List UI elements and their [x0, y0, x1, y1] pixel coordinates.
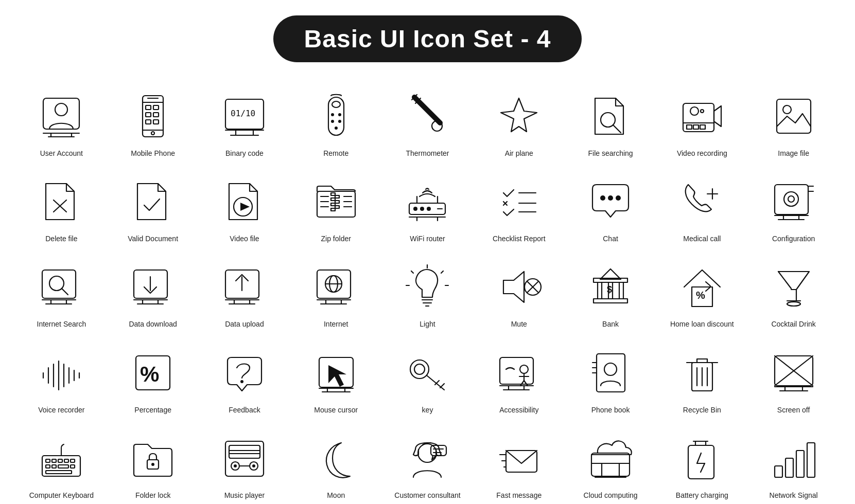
- customer-consultant-icon: [399, 430, 456, 487]
- svg-point-67: [413, 207, 417, 211]
- bank-icon: $: [582, 259, 639, 315]
- percentage-label: Percentage: [134, 405, 171, 415]
- wifi-router-icon: [399, 173, 456, 230]
- image-file-label: Image file: [778, 149, 809, 158]
- image-file-icon: [765, 88, 822, 145]
- svg-point-29: [335, 127, 338, 130]
- icon-item-mouse-cursor: Mouse cursor: [290, 339, 382, 420]
- data-upload-label: Data upload: [225, 319, 264, 329]
- svg-point-1: [55, 103, 67, 116]
- svg-point-85: [784, 192, 798, 206]
- recycle-bin-icon: [674, 345, 730, 401]
- svg-rect-11: [153, 105, 159, 110]
- svg-point-26: [338, 113, 341, 116]
- svg-rect-134: [598, 282, 602, 299]
- screen-off-label: Screen off: [777, 405, 810, 415]
- svg-rect-133: [594, 299, 627, 303]
- icon-item-cloud-computing: Cloud computing: [565, 425, 656, 504]
- svg-line-229: [697, 453, 701, 463]
- icon-item-key: key: [382, 339, 474, 420]
- mouse-cursor-label: Mouse cursor: [314, 405, 358, 415]
- cloud-computing-icon: [582, 430, 639, 487]
- internet-label: Internet: [324, 319, 348, 329]
- icon-item-user-account: User Account: [16, 83, 108, 163]
- icon-item-remote: Remote: [290, 83, 382, 163]
- svg-rect-44: [777, 99, 811, 133]
- icon-item-percentage: % Percentage: [107, 339, 199, 420]
- phone-book-icon: [582, 345, 639, 401]
- icon-item-zip-folder: Zip folder: [290, 168, 382, 248]
- configuration-label: Configuration: [772, 234, 815, 243]
- svg-marker-37: [714, 106, 721, 127]
- thermometer-label: Thermometer: [406, 149, 449, 158]
- cocktail-drink-label: Cocktail Drink: [771, 319, 815, 329]
- delete-file-icon: [33, 173, 90, 230]
- voice-recorder-icon: [33, 345, 90, 401]
- svg-point-158: [410, 360, 429, 379]
- svg-rect-93: [42, 270, 76, 298]
- icon-item-music-player: Music player: [199, 425, 290, 504]
- chat-icon: [582, 173, 639, 230]
- icon-item-voice-recorder: Voice recorder: [16, 339, 108, 420]
- title-bar: Basic UI Icon Set - 4: [273, 15, 582, 62]
- svg-rect-42: [693, 125, 699, 129]
- svg-rect-200: [46, 471, 72, 474]
- svg-line-160: [427, 375, 444, 390]
- icon-item-network-signal: Network Signal: [748, 425, 840, 504]
- battery-charging-label: Battery charging: [676, 491, 728, 500]
- moon-icon: [308, 430, 364, 487]
- svg-rect-198: [58, 465, 68, 468]
- cloud-computing-label: Cloud computing: [584, 491, 638, 500]
- icon-item-moon: Moon: [290, 425, 382, 504]
- icon-item-phone-book: Phone book: [565, 339, 656, 420]
- svg-point-177: [604, 363, 617, 375]
- light-label: Light: [420, 319, 435, 329]
- svg-rect-53: [331, 198, 335, 201]
- mouse-cursor-icon: [308, 345, 364, 401]
- icon-item-mute: Mute: [473, 254, 565, 334]
- svg-rect-235: [807, 443, 815, 477]
- remote-icon: [308, 88, 364, 145]
- svg-text:01/10: 01/10: [231, 109, 255, 118]
- svg-line-124: [411, 271, 413, 273]
- svg-line-35: [613, 125, 621, 133]
- svg-rect-204: [229, 445, 260, 458]
- svg-point-202: [151, 463, 154, 466]
- video-recording-icon: [674, 88, 730, 145]
- icon-item-internet-search: Internet Search: [16, 254, 108, 334]
- svg-point-159: [414, 364, 425, 374]
- svg-point-68: [420, 207, 424, 211]
- svg-point-27: [331, 120, 334, 123]
- phone-book-label: Phone book: [591, 405, 630, 415]
- video-recording-label: Video recording: [677, 149, 727, 158]
- svg-point-79: [600, 195, 605, 201]
- svg-rect-234: [796, 451, 804, 477]
- mute-label: Mute: [511, 319, 527, 329]
- wifi-router-label: WiFi router: [410, 234, 445, 243]
- battery-charging-icon: [674, 430, 730, 487]
- icon-item-valid-document: Valid Document: [107, 168, 199, 248]
- svg-line-162: [440, 384, 444, 388]
- air-plane-icon: [491, 88, 547, 145]
- air-plane-label: Air plane: [505, 149, 533, 158]
- zip-folder-icon: [308, 173, 364, 230]
- svg-rect-54: [335, 201, 339, 203]
- icon-item-wifi-router: WiFi router: [382, 168, 474, 248]
- svg-rect-15: [153, 120, 159, 124]
- light-icon: [399, 259, 456, 315]
- svg-text:%: %: [696, 290, 705, 301]
- accessibility-label: Accessibility: [499, 405, 538, 415]
- icon-item-screen-off: Screen off: [748, 339, 840, 420]
- svg-rect-41: [687, 125, 692, 129]
- svg-point-28: [338, 120, 341, 123]
- zip-folder-label: Zip folder: [321, 234, 351, 243]
- mobile-phone-label: Mobile Phone: [131, 149, 175, 158]
- svg-rect-55: [331, 203, 335, 206]
- page-title: Basic UI Icon Set - 4: [304, 25, 551, 53]
- svg-rect-14: [146, 120, 151, 124]
- icon-item-chat: Chat: [565, 168, 656, 248]
- percentage-icon: %: [125, 345, 181, 401]
- svg-rect-84: [775, 185, 808, 214]
- svg-rect-232: [775, 466, 782, 477]
- svg-line-167: [520, 381, 524, 386]
